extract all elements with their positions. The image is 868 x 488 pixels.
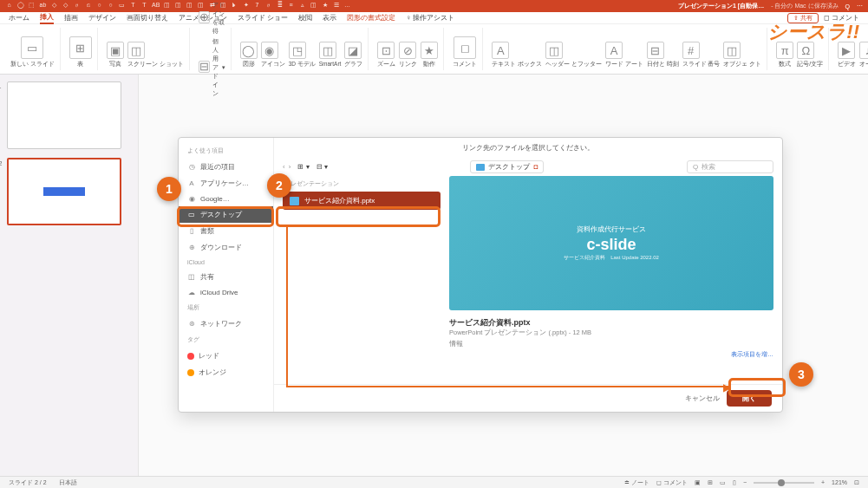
object-icon[interactable]: ◫	[723, 42, 741, 59]
model3d-label: 3D モデル	[289, 61, 316, 68]
menu-home[interactable]: ホーム	[9, 13, 29, 23]
menu-review[interactable]: 校閲	[298, 13, 312, 23]
sidebar-shared[interactable]: ◫共有	[179, 269, 273, 285]
docs-icon: ▯	[187, 227, 196, 235]
dialog-title: リンク先のファイルを選択してください。	[274, 138, 782, 158]
preview-image: 資料作成代行サービス c-slide サービス紹介資料 Last Update …	[449, 176, 773, 310]
sidebar-recent[interactable]: ◷最近の項目	[179, 159, 273, 175]
comments-button[interactable]: ◻ コメント	[656, 478, 688, 487]
view-slideshow-icon[interactable]: ▯	[733, 479, 736, 486]
headerfooter-icon[interactable]: ◫	[545, 42, 563, 59]
photo-icon[interactable]: ▣	[107, 42, 124, 59]
menu-bar: ホーム 挿入 描画 デザイン 画面切り替え アニメーション スライド ショー 校…	[0, 12, 868, 24]
photo-label: 写真	[107, 61, 124, 68]
shape-label: 図形	[240, 61, 258, 68]
file-item-1[interactable]: サービス紹介資料.pptx	[283, 192, 441, 210]
datetime-icon[interactable]: ⊟	[647, 42, 664, 59]
pv-tagline: 資料作成代行サービス	[577, 224, 646, 234]
sidebar-google[interactable]: ◉Google…	[179, 192, 273, 206]
shape-icon[interactable]: ◯	[240, 42, 258, 59]
menu-insert[interactable]: 挿入	[40, 12, 54, 24]
view-group-icon[interactable]: ⊟ ▾	[317, 163, 328, 171]
view-sorter-icon[interactable]: ⊞	[708, 479, 713, 486]
table-label: 表	[77, 61, 83, 68]
pv-showmore[interactable]: 表示項目を増…	[449, 350, 773, 359]
search-icon[interactable]: Q	[845, 3, 850, 10]
pv-filename: サービス紹介資料.pptx	[449, 317, 773, 329]
titlebar-icons: ⌂◯⬚ab◇◇〃⎌○○▭TTAB◫◫◫◫⇄◫⏵✦7〃≣≡▵◫★☰…	[5, 2, 351, 10]
screenshot-icon[interactable]: ◫	[127, 42, 145, 59]
link-label: リンク	[399, 61, 417, 68]
fwd-icon[interactable]: ›	[289, 163, 291, 171]
path-pill[interactable]: デスクトップ◘	[470, 160, 544, 173]
equation-label: 数式	[776, 61, 793, 68]
comment-label: コメント	[453, 61, 477, 68]
menu-design[interactable]: デザイン	[88, 13, 116, 23]
icon-icon[interactable]: ◉	[261, 42, 278, 59]
path-dropdown-icon: ◘	[533, 163, 538, 171]
notes-button[interactable]: ≐ ノート	[624, 478, 649, 487]
google-icon: ◉	[187, 195, 196, 203]
sidebar-icloud[interactable]: ☁iCloud Drive	[179, 285, 273, 300]
smartart-icon[interactable]: ◫	[319, 42, 336, 59]
cancel-button[interactable]: キャンセル	[685, 394, 720, 403]
connector-v	[286, 227, 288, 387]
graph-label: グラフ	[344, 61, 362, 68]
thumbnail-2[interactable]: 2	[7, 158, 121, 225]
sidebar-docs[interactable]: ▯書類	[179, 223, 273, 239]
newslide-icon[interactable]: ▭	[21, 36, 43, 59]
menu-draw[interactable]: 描画	[64, 13, 78, 23]
sidebar-downloads[interactable]: ⊕ダウンロード	[179, 239, 273, 256]
action-icon[interactable]: ★	[421, 42, 438, 59]
callout-2: 2	[267, 173, 291, 198]
clock-icon: ◷	[187, 163, 196, 171]
view-normal-icon[interactable]: ▣	[695, 479, 701, 486]
icloud-head: iCloud	[179, 256, 273, 269]
pv-meta: PowerPoint プレゼンテーション (.pptx) - 12 MB	[449, 329, 773, 337]
sidebar-desktop[interactable]: ▭デスクトップ	[179, 206, 273, 223]
menu-shapeformat[interactable]: 図形の書式設定	[347, 13, 395, 23]
sidebar-apps[interactable]: Aアプリケーシ…	[179, 175, 273, 192]
arrow-icon: ▶	[723, 381, 731, 394]
overflow-icon[interactable]: ⋯	[857, 3, 863, 10]
hf-label: ヘッダー とフッター	[545, 61, 602, 68]
sidebar-tag-red[interactable]: レッド	[179, 348, 273, 364]
screenshot-label: スクリーン ショット	[127, 61, 184, 68]
link-icon[interactable]: ⊘	[399, 42, 416, 59]
zoom-slider[interactable]	[754, 482, 814, 484]
newslide-label: 新しい スライド	[10, 61, 55, 68]
view-reading-icon[interactable]: ▭	[720, 479, 726, 486]
model3d-icon[interactable]: ◳	[289, 42, 306, 59]
menu-view[interactable]: 表示	[323, 13, 336, 23]
wordart-icon[interactable]: A	[605, 42, 623, 59]
network-icon: ⊛	[187, 320, 196, 328]
menu-slideshow[interactable]: スライド ショー	[238, 13, 288, 23]
list-head: プレゼンテーション	[283, 176, 441, 192]
graph-icon[interactable]: ◪	[344, 42, 362, 59]
apps-icon: A	[187, 179, 196, 187]
back-icon[interactable]: ‹	[283, 163, 285, 171]
dialog-sidebar: よく使う項目 ◷最近の項目 Aアプリケーシ… ◉Google… ▭デスクトップ …	[179, 138, 274, 412]
sidebar-tag-orange[interactable]: オレンジ	[179, 364, 273, 381]
open-button[interactable]: 開く	[727, 390, 772, 407]
video-label: ビデオ	[838, 61, 856, 68]
slidenum-label: スライド 番号	[682, 61, 721, 68]
dialog-search[interactable]: Q検索	[687, 160, 773, 173]
thumb1-num: 1	[0, 82, 1, 90]
table-icon[interactable]: ⊞	[69, 36, 92, 59]
zoom-icon[interactable]: ⊡	[377, 42, 395, 59]
thumbnail-1[interactable]: 1	[7, 81, 121, 149]
action-label: 動作	[421, 61, 438, 68]
slidenum-icon[interactable]: #	[682, 42, 700, 59]
audio-icon[interactable]: ♪	[859, 42, 868, 59]
fit-icon[interactable]: ⊡	[854, 479, 859, 486]
zoom-value: 121%	[832, 479, 847, 485]
textbox-icon[interactable]: A	[492, 42, 509, 59]
menu-assist[interactable]: ♀ 操作アシスト	[406, 13, 454, 23]
language-label: 日本語	[59, 478, 77, 487]
menu-transition[interactable]: 画面切り替え	[127, 13, 168, 23]
sidebar-network[interactable]: ⊛ネットワーク	[179, 316, 273, 332]
slide-counter: スライド 2 / 2	[9, 478, 47, 487]
view-col-icon[interactable]: ⊞ ▾	[297, 163, 309, 171]
comment-icon[interactable]: ◻	[454, 36, 476, 59]
